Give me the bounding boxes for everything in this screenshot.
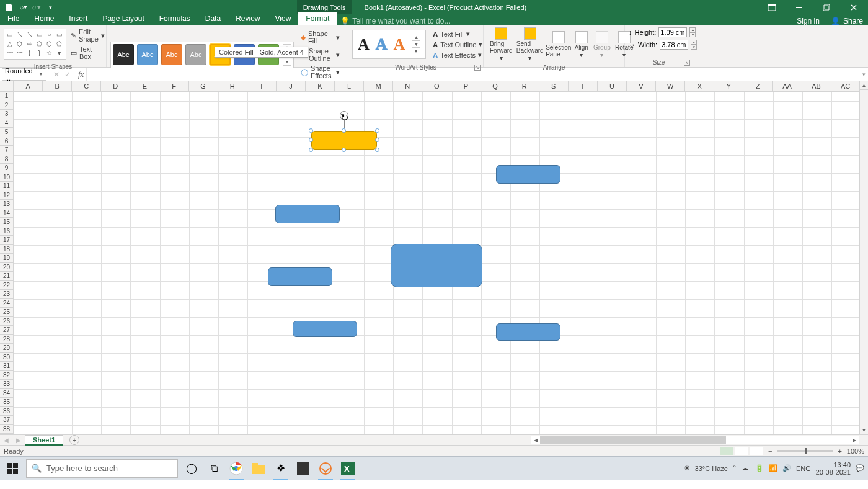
text-effects-button[interactable]: AText Effects ▾ <box>431 50 485 60</box>
new-sheet-button[interactable]: + <box>69 435 79 445</box>
next-sheet-icon[interactable]: ▶ <box>12 437 25 444</box>
row-header[interactable]: 14 <box>0 209 14 218</box>
language-indicator[interactable]: ENG <box>796 465 811 472</box>
row-header[interactable]: 38 <box>0 425 14 434</box>
column-header[interactable]: N <box>393 81 422 91</box>
row-header[interactable]: 8 <box>0 155 14 164</box>
group-shapes-button[interactable]: Group▾ <box>591 31 613 58</box>
row-header[interactable]: 9 <box>0 164 14 173</box>
app-icon-dark[interactable] <box>294 460 312 477</box>
column-header[interactable]: I <box>247 81 277 91</box>
tray-chevron-icon[interactable]: ˄ <box>733 464 737 472</box>
column-header[interactable]: M <box>364 81 393 91</box>
wordart-preset-3[interactable]: A <box>394 35 405 54</box>
column-header[interactable]: H <box>218 81 247 91</box>
tab-view[interactable]: View <box>268 12 299 25</box>
save-icon[interactable] <box>5 3 14 12</box>
row-header[interactable]: 30 <box>0 353 14 362</box>
formula-expand-icon[interactable]: ▾ <box>860 71 868 78</box>
shape-blue-large[interactable] <box>391 244 482 287</box>
row-header[interactable]: 26 <box>0 317 14 326</box>
row-header[interactable]: 29 <box>0 344 14 353</box>
tab-data[interactable]: Data <box>198 12 228 25</box>
row-header[interactable]: 16 <box>0 227 14 236</box>
minimize-icon[interactable] <box>791 0 807 14</box>
column-header[interactable]: O <box>422 81 451 91</box>
row-header[interactable]: 31 <box>0 362 14 371</box>
align-button[interactable]: Align▾ <box>572 31 591 58</box>
column-header[interactable]: T <box>569 81 598 91</box>
column-header[interactable]: W <box>656 81 685 91</box>
column-header[interactable]: AC <box>831 81 861 91</box>
weather-text[interactable]: 33°C Haze <box>695 465 728 472</box>
view-page-break-button[interactable] <box>750 447 763 455</box>
row-header[interactable]: 17 <box>0 236 14 245</box>
undo-icon[interactable]: ▾ <box>19 3 27 12</box>
volume-icon[interactable]: 🔊 <box>782 464 791 473</box>
vertical-scrollbar[interactable]: ▲ ▼ <box>859 81 868 434</box>
cortana-icon[interactable]: ◯ <box>183 460 200 477</box>
row-header[interactable]: 20 <box>0 263 14 272</box>
chrome-icon[interactable] <box>228 460 245 477</box>
share-button[interactable]: 👤Share <box>826 17 868 25</box>
column-header[interactable]: L <box>335 81 364 91</box>
row-header[interactable]: 12 <box>0 191 14 200</box>
column-header[interactable]: AA <box>773 81 802 91</box>
shape-blue-1[interactable] <box>496 165 560 184</box>
selection-pane-button[interactable]: Selection Pane <box>545 31 572 58</box>
style-swatch-orange[interactable]: Abc <box>161 44 182 65</box>
wordart-gallery-spinner[interactable]: ▲▼▾ <box>412 34 420 55</box>
select-all-corner[interactable] <box>0 81 14 91</box>
view-normal-button[interactable] <box>720 447 733 455</box>
tab-home[interactable]: Home <box>27 12 61 25</box>
explorer-icon[interactable] <box>250 460 267 477</box>
task-view-icon[interactable]: ⧉ <box>205 460 223 477</box>
column-header[interactable]: A <box>14 81 43 91</box>
column-header[interactable]: G <box>189 81 218 91</box>
horizontal-scrollbar[interactable]: ◀ ▶ <box>531 436 859 444</box>
restore-icon[interactable] <box>818 0 835 14</box>
column-header[interactable]: Z <box>743 81 773 91</box>
ribbon-display-icon[interactable] <box>764 0 780 14</box>
style-swatch-black[interactable]: Abc <box>113 44 134 65</box>
app-icon-orange[interactable] <box>317 460 334 477</box>
column-header[interactable]: X <box>685 81 714 91</box>
tab-page-layout[interactable]: Page Layout <box>95 12 151 25</box>
row-header[interactable]: 35 <box>0 398 14 407</box>
taskbar-search[interactable]: 🔍 Type here to search <box>26 459 178 478</box>
column-header[interactable]: B <box>43 81 72 91</box>
column-header[interactable]: J <box>277 81 306 91</box>
scroll-down-icon[interactable]: ▼ <box>860 426 868 434</box>
height-spinner[interactable]: ▲▼ <box>689 27 696 37</box>
wordart-preset-2[interactable]: A <box>376 35 388 54</box>
row-header[interactable]: 34 <box>0 389 14 398</box>
row-header[interactable]: 36 <box>0 407 14 416</box>
scroll-up-icon[interactable]: ▲ <box>860 81 868 90</box>
bring-forward-button[interactable]: Bring Forward▾ <box>487 27 515 61</box>
row-header[interactable]: 25 <box>0 308 14 317</box>
style-swatch-gray[interactable]: Abc <box>185 44 206 65</box>
shape-rounded-rect-gold[interactable] <box>311 131 377 150</box>
column-header[interactable]: U <box>598 81 627 91</box>
clock[interactable]: 13:40 20-08-2021 <box>816 461 851 476</box>
onedrive-icon[interactable]: ☁ <box>742 464 750 473</box>
tell-me-box[interactable]: 💡Tell me what you want to do... <box>337 17 790 25</box>
sign-in-link[interactable]: Sign in <box>790 17 826 25</box>
battery-icon[interactable]: 🔋 <box>755 464 764 473</box>
edit-shape-button[interactable]: ✎Edit Shape▾ <box>69 27 107 43</box>
weather-icon[interactable]: ☀ <box>684 464 690 472</box>
wifi-icon[interactable]: 📶 <box>769 464 777 473</box>
slack-icon[interactable]: ❖ <box>272 460 290 477</box>
column-header[interactable]: P <box>451 81 480 91</box>
row-header[interactable]: 32 <box>0 371 14 380</box>
row-header[interactable]: 11 <box>0 182 14 191</box>
qat-customize-icon[interactable]: ▾ <box>46 3 55 12</box>
name-box-dropdown-icon[interactable]: ▼ <box>38 71 43 77</box>
row-header[interactable]: 13 <box>0 200 14 209</box>
column-header[interactable]: C <box>72 81 101 91</box>
shape-fill-button[interactable]: ◆Shape Fill ▾ <box>299 29 342 45</box>
text-box-button[interactable]: ▭Text Box <box>69 45 107 61</box>
column-header[interactable]: Y <box>714 81 743 91</box>
row-header[interactable]: 28 <box>0 335 14 344</box>
column-header[interactable]: S <box>539 81 569 91</box>
